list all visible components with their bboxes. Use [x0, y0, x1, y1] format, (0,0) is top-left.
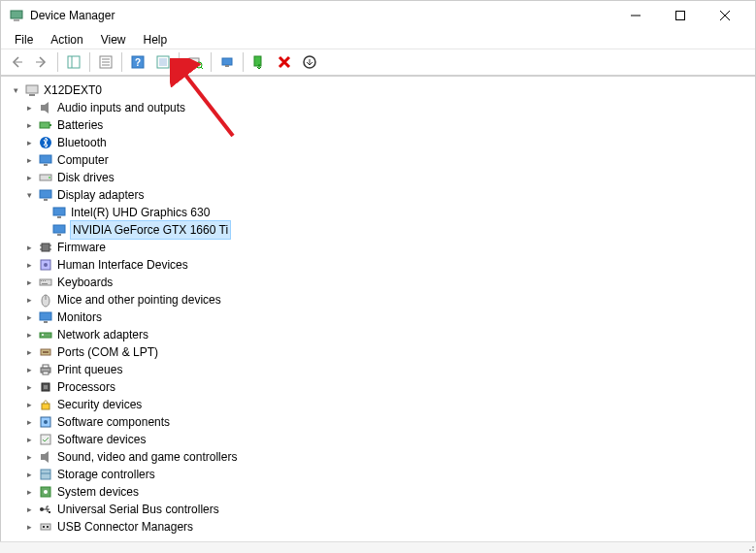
- device-item[interactable]: Intel(R) UHD Graphics 630: [7, 204, 755, 221]
- expand-icon[interactable]: ▸: [22, 450, 36, 464]
- keyboard-icon: [38, 275, 53, 290]
- category-item[interactable]: ▸Network adapters: [7, 326, 755, 343]
- svg-rect-77: [47, 526, 49, 528]
- category-item[interactable]: ▸System devices: [7, 483, 755, 501]
- expand-icon[interactable]: ▸: [22, 520, 36, 534]
- expand-icon[interactable]: ▸: [22, 415, 36, 429]
- update-driver-button[interactable]: [215, 50, 239, 74]
- close-button[interactable]: [703, 1, 747, 30]
- svg-rect-75: [41, 524, 50, 530]
- category-item[interactable]: ▸Firmware: [7, 239, 755, 256]
- category-item[interactable]: ▸Computer: [7, 151, 755, 169]
- svg-rect-68: [41, 454, 45, 460]
- menu-file[interactable]: File: [7, 31, 41, 49]
- device-label: Intel(R) UHD Graphics 630: [71, 204, 210, 221]
- battery-icon: [38, 117, 53, 133]
- help-button[interactable]: ?: [126, 50, 149, 74]
- category-label: Computer: [57, 151, 109, 169]
- category-item[interactable]: ▸Software components: [7, 413, 755, 431]
- category-label: Ports (COM & LPT): [57, 343, 158, 361]
- toolbar-separator: [179, 52, 180, 72]
- uninstall-device-button[interactable]: [273, 50, 296, 74]
- expand-icon[interactable]: ▸: [22, 153, 36, 167]
- svg-rect-46: [40, 279, 51, 285]
- expand-icon[interactable]: ▸: [22, 171, 36, 184]
- device-tree[interactable]: ▾ X12DEXT0 ▸Audio inputs and outputs▸Bat…: [1, 77, 755, 542]
- category-item[interactable]: ▸Processors: [7, 378, 755, 396]
- scan-hardware-button[interactable]: [183, 50, 207, 74]
- svg-rect-39: [42, 244, 49, 251]
- maximize-button[interactable]: [658, 1, 703, 30]
- chip-icon: [38, 240, 53, 255]
- expand-icon[interactable]: ▸: [22, 241, 36, 254]
- svg-rect-20: [225, 65, 229, 67]
- resize-grip-icon[interactable]: [742, 541, 756, 553]
- svg-point-81: [752, 546, 754, 548]
- expand-icon[interactable]: ▸: [22, 380, 36, 394]
- expand-icon[interactable]: ▸: [22, 485, 36, 499]
- category-item[interactable]: ▸Universal Serial Bus controllers: [7, 501, 755, 518]
- category-item[interactable]: ▸Audio inputs and outputs: [7, 99, 755, 116]
- expand-icon[interactable]: ▸: [22, 398, 36, 411]
- expand-icon[interactable]: ▸: [22, 328, 36, 342]
- category-label: Monitors: [57, 309, 102, 326]
- category-label: Software components: [57, 413, 170, 431]
- svg-rect-35: [53, 208, 65, 215]
- forward-button[interactable]: [30, 50, 53, 74]
- category-item[interactable]: ▸Bluetooth: [7, 134, 755, 151]
- expand-icon[interactable]: ▸: [22, 345, 36, 359]
- category-item[interactable]: ▸Mice and other pointing devices: [7, 291, 755, 309]
- action-button[interactable]: [151, 50, 175, 74]
- category-item[interactable]: ▸Human Interface Devices: [7, 256, 755, 274]
- expand-icon[interactable]: ▸: [22, 503, 36, 516]
- expand-icon[interactable]: ▸: [22, 293, 36, 307]
- category-item[interactable]: ▸USB Connector Managers: [7, 518, 755, 536]
- category-item[interactable]: ▸Security devices: [7, 396, 755, 413]
- category-item[interactable]: ▸Software devices: [7, 431, 755, 448]
- collapse-icon[interactable]: ▾: [9, 83, 22, 97]
- device-label: NVIDIA GeForce GTX 1660 Ti: [71, 221, 230, 239]
- expand-icon[interactable]: ▸: [22, 310, 36, 324]
- category-label: Display adapters: [57, 186, 144, 204]
- expand-icon[interactable]: ▸: [22, 276, 36, 289]
- category-item[interactable]: ▸Storage controllers: [7, 466, 755, 483]
- category-label: Audio inputs and outputs: [57, 99, 185, 116]
- expand-icon[interactable]: ▸: [22, 258, 36, 272]
- category-label: Mice and other pointing devices: [57, 291, 221, 309]
- category-display-adapters[interactable]: ▾ Display adapters: [7, 186, 755, 204]
- svg-rect-34: [44, 199, 48, 201]
- svg-rect-21: [254, 56, 261, 66]
- category-item[interactable]: ▸Print queues: [7, 361, 755, 378]
- expand-icon[interactable]: ▸: [22, 363, 36, 376]
- device-item-selected[interactable]: NVIDIA GeForce GTX 1660 Ti: [7, 221, 755, 239]
- root-node[interactable]: ▾ X12DEXT0: [7, 81, 755, 99]
- menu-help[interactable]: Help: [136, 31, 176, 49]
- disable-device-button[interactable]: [298, 50, 321, 74]
- minimize-button[interactable]: [613, 1, 658, 30]
- category-item[interactable]: ▸Ports (COM & LPT): [7, 343, 755, 361]
- network-icon: [38, 327, 53, 342]
- expand-icon[interactable]: ▸: [22, 118, 36, 132]
- port-icon: [38, 344, 53, 360]
- svg-rect-64: [42, 404, 49, 409]
- collapse-icon[interactable]: ▾: [22, 188, 36, 202]
- root-label: X12DEXT0: [44, 81, 102, 99]
- category-item[interactable]: ▸Disk drives: [7, 169, 755, 186]
- category-item[interactable]: ▸Batteries: [7, 116, 755, 134]
- menu-view[interactable]: View: [93, 31, 134, 49]
- app-icon: [9, 8, 24, 23]
- enable-device-button[interactable]: [247, 50, 271, 74]
- expand-icon[interactable]: ▸: [22, 433, 36, 446]
- monitor-icon: [38, 152, 53, 168]
- properties-button[interactable]: [94, 50, 117, 74]
- category-item[interactable]: ▸Sound, video and game controllers: [7, 448, 755, 466]
- back-button[interactable]: [5, 50, 28, 74]
- expand-icon[interactable]: ▸: [22, 101, 36, 114]
- menu-action[interactable]: Action: [43, 31, 90, 49]
- expand-icon[interactable]: ▸: [22, 468, 36, 481]
- category-item[interactable]: ▸Monitors: [7, 309, 755, 326]
- expand-icon[interactable]: ▸: [22, 136, 36, 149]
- show-hide-console-tree-button[interactable]: [62, 50, 85, 74]
- category-item[interactable]: ▸Keyboards: [7, 274, 755, 291]
- svg-rect-49: [45, 280, 46, 281]
